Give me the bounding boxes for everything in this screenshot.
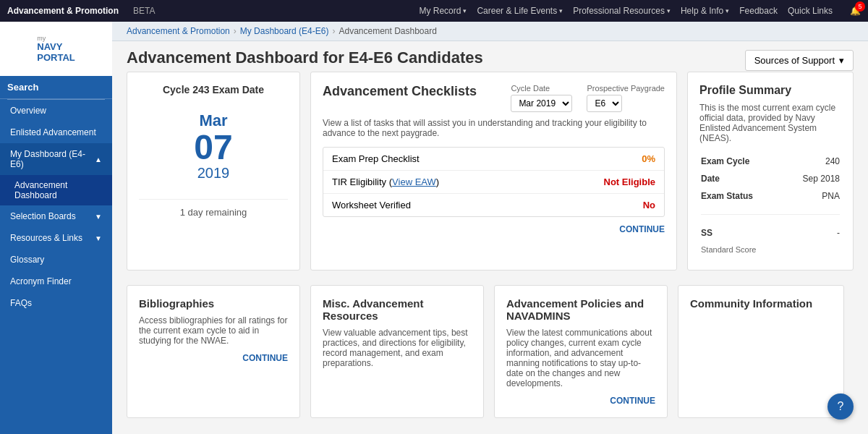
- checklist-table: Exam Prep Checklist 0% TIR Eligibility (…: [323, 147, 665, 217]
- cycle-date-year: 2019: [139, 165, 288, 182]
- nav-policies-desc: View the latest communications about pol…: [506, 328, 655, 388]
- chevron-down-icon: ▾: [559, 7, 563, 14]
- notifications-bell[interactable]: 🔔 5: [850, 6, 861, 16]
- nav-feedback[interactable]: Feedback: [739, 6, 778, 16]
- profile-value-exam-status: PNA: [785, 188, 840, 204]
- sidebar-item-enlisted-advancement[interactable]: Enlisted Advancement: [0, 122, 112, 143]
- profile-label-ss: SS: [701, 225, 783, 241]
- breadcrumb-advancement[interactable]: Advancement & Promotion: [127, 26, 230, 36]
- cycle-date-card: Cycle 243 Exam Date Mar 07 2019 1 day re…: [127, 72, 300, 271]
- breadcrumb-dashboard[interactable]: My Dashboard (E4-E6): [240, 26, 329, 36]
- sidebar-item-resources-links[interactable]: Resources & Links ▼: [0, 227, 112, 249]
- paygrade-selector: Prospective Paygrade E6: [587, 84, 665, 112]
- chevron-down-icon: ▾: [839, 55, 844, 66]
- checklists-continue[interactable]: CONTINUE: [323, 224, 665, 234]
- chevron-down-icon: ▼: [95, 213, 102, 221]
- nav-career-life[interactable]: Career & Life Events ▾: [477, 6, 563, 16]
- misc-desc: View valuable advancement tips, best pra…: [323, 328, 472, 368]
- checklists-desc: View a list of tasks that will assist yo…: [323, 118, 665, 138]
- community-card: Community Information: [678, 285, 844, 418]
- paygrade-select[interactable]: E6: [587, 95, 622, 112]
- cycle-date-select[interactable]: Mar 2019: [511, 95, 572, 112]
- cycle-date-day: 07: [139, 130, 288, 165]
- beta-badge: BETA: [133, 6, 155, 16]
- checklists-header: Advancement Checklists Cycle Date Mar 20…: [323, 84, 665, 112]
- breadcrumb: Advancement & Promotion › My Dashboard (…: [112, 22, 868, 41]
- sidebar: my NAVYPORTAL Search Overview Enlisted A…: [0, 22, 112, 434]
- sidebar-item-overview[interactable]: Overview: [0, 100, 112, 122]
- search-label: Search: [7, 82, 38, 93]
- sidebar-item-my-dashboard[interactable]: My Dashboard (E4-E6) ▲: [0, 143, 112, 175]
- nav-links: My Record ▾ Career & Life Events ▾ Profe…: [419, 6, 861, 16]
- checklist-status-worksheet: No: [643, 200, 655, 210]
- logo-navy-portal: NAVYPORTAL: [37, 42, 75, 63]
- nav-policies-continue[interactable]: CONTINUE: [506, 396, 655, 406]
- main-layout: my NAVYPORTAL Search Overview Enlisted A…: [0, 22, 868, 434]
- sidebar-item-faqs[interactable]: FAQs: [0, 292, 112, 314]
- chevron-down-icon: ▾: [463, 7, 467, 14]
- nav-policies-title: Advancement Policies and NAVADMINS: [506, 297, 655, 322]
- sidebar-search-section: Search: [0, 76, 112, 99]
- sources-of-support-button[interactable]: Sources of Support ▾: [745, 50, 854, 71]
- cycle-date-title: Cycle 243 Exam Date: [139, 84, 288, 95]
- checklist-row-worksheet: Worksheet Verified No: [323, 194, 664, 216]
- sidebar-item-selection-boards[interactable]: Selection Boards ▼: [0, 205, 112, 227]
- profile-label-date: Date: [701, 171, 783, 187]
- bibliographies-continue[interactable]: CONTINUE: [139, 353, 288, 363]
- float-action-button[interactable]: ?: [827, 393, 854, 420]
- checklist-label-worksheet: Worksheet Verified: [332, 200, 411, 210]
- community-title: Community Information: [690, 297, 832, 310]
- profile-title: Profile Summary: [699, 84, 841, 97]
- nav-policies-card: Advancement Policies and NAVADMINS View …: [494, 285, 668, 418]
- profile-label-exam-cycle: Exam Cycle: [701, 153, 783, 169]
- checklist-row-tir: TIR Eligibility (View EAW) Not Eligible: [323, 171, 664, 194]
- chevron-up-icon: ▲: [95, 156, 102, 163]
- profile-row-exam-cycle: Exam Cycle 240: [701, 153, 840, 169]
- remaining-text: 1 day remaining: [139, 199, 288, 218]
- nav-help-info[interactable]: Help & Info ▾: [681, 6, 729, 16]
- chevron-down-icon: ▼: [95, 234, 102, 242]
- nav-page-title: Advancement & Promotion: [7, 6, 119, 16]
- chevron-down-icon: ▾: [726, 7, 729, 14]
- cycle-selectors: Cycle Date Mar 2019 Prospective Paygrade…: [511, 84, 665, 112]
- profile-row-standard-score: Standard Score: [701, 242, 840, 257]
- profile-value-date: Sep 2018: [785, 171, 840, 187]
- breadcrumb-sep-2: ›: [332, 26, 335, 36]
- profile-table: Exam Cycle 240 Date Sep 2018 Exam Status…: [699, 152, 841, 258]
- checklist-label-tir: TIR Eligibility (View EAW): [332, 176, 439, 187]
- nav-professional-resources[interactable]: Professional Resources ▾: [573, 6, 671, 16]
- profile-row-exam-status: Exam Status PNA: [701, 188, 840, 204]
- profile-value-exam-cycle: 240: [785, 153, 840, 169]
- nav-my-record[interactable]: My Record ▾: [419, 6, 467, 16]
- sidebar-item-advancement-dashboard[interactable]: Advancement Dashboard: [0, 175, 112, 205]
- profile-label-exam-status: Exam Status: [701, 188, 783, 204]
- sidebar-item-acronym-finder[interactable]: Acronym Finder: [0, 271, 112, 292]
- profile-card: Profile Summary This is the most current…: [687, 72, 854, 271]
- breadcrumb-current: Advancement Dashboard: [339, 26, 436, 36]
- checklist-status-exam-prep: 0%: [642, 153, 655, 164]
- checklist-label-exam-prep: Exam Prep Checklist: [332, 153, 420, 164]
- sidebar-logo: my NAVYPORTAL: [0, 22, 112, 76]
- cycle-date-selector: Cycle Date Mar 2019: [511, 84, 572, 112]
- checklists-card: Advancement Checklists Cycle Date Mar 20…: [310, 72, 677, 271]
- checklist-status-tir: Not Eligible: [604, 176, 656, 187]
- nav-quick-links[interactable]: Quick Links: [788, 6, 833, 16]
- profile-value-ss: -: [785, 225, 840, 241]
- profile-row-ss: SS -: [701, 225, 840, 241]
- profile-label-standard-score: Standard Score: [701, 242, 783, 257]
- bibliographies-title: Bibliographies: [139, 297, 288, 310]
- dashboard-bottom-grid: Bibliographies Access bibliographies for…: [112, 285, 868, 433]
- dashboard-top-grid: Cycle 243 Exam Date Mar 07 2019 1 day re…: [112, 72, 868, 285]
- checklists-title: Advancement Checklists: [323, 84, 477, 99]
- sidebar-item-glossary[interactable]: Glossary: [0, 249, 112, 271]
- paygrade-label: Prospective Paygrade: [587, 84, 665, 93]
- notification-count: 5: [855, 1, 865, 12]
- bibliographies-desc: Access bibliographies for all ratings fo…: [139, 315, 288, 346]
- cycle-date-label: Cycle Date: [511, 84, 572, 93]
- bibliographies-card: Bibliographies Access bibliographies for…: [127, 285, 300, 418]
- chevron-down-icon: ▾: [667, 7, 671, 14]
- breadcrumb-sep-1: ›: [234, 26, 237, 36]
- view-eaw-link[interactable]: View EAW: [392, 176, 436, 187]
- top-navigation: Advancement & Promotion BETA My Record ▾…: [0, 0, 868, 22]
- checklist-row-exam-prep: Exam Prep Checklist 0%: [323, 148, 664, 171]
